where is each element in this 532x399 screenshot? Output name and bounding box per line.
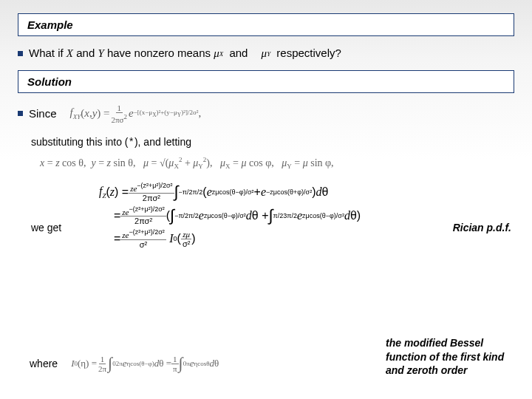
example-title: Example [27,18,505,31]
bessel-label: the modified Bessel function of the firs… [386,336,511,377]
question-text: What if X and Y have nonzero means μX an… [29,47,341,60]
solution-title: Solution [27,75,505,88]
definitions-equation: x = z cos θ, y = z sin θ, μ = √(μX2 + μY… [40,156,514,170]
rician-label: Rician p.d.f. [453,222,511,233]
since-row: Since fXY(x,y) = 12πσ2 e−[(x−μX)²+(y−μY)… [18,103,514,124]
example-heading-box: Example [18,13,514,36]
we-get-label: we get [31,222,61,233]
substituting-line: substituting this into (*), and letting [31,136,514,149]
i0-equation: I0(η) = 12π ∫02πeηcos(θ−φ)dθ = 1π ∫0πeηc… [71,354,219,373]
bullet-icon [18,51,23,56]
where-row: where I0(η) = 12π ∫02πeηcos(θ−φ)dθ = 1π … [30,354,219,373]
since-equation: fXY(x,y) = 12πσ2 e−[(x−μX)²+(y−μY)²]/2σ²… [70,103,202,124]
solution-heading-box: Solution [18,70,514,93]
fz-line-1: fZ(z) = ze−(z²+μ²)/2σ²2πσ² ∫−π/2π/2 (ezμ… [99,182,514,202]
where-label: where [30,358,58,369]
bullet-icon [18,111,23,116]
question-row: What if X and Y have nonzero means μX an… [18,47,514,60]
since-label: Since [29,107,57,120]
